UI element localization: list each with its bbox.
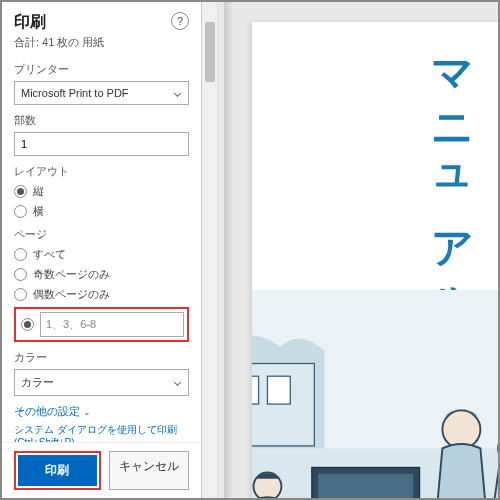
print-button-highlight: 印刷 — [14, 451, 101, 490]
radio-icon — [14, 248, 27, 261]
pages-label: ページ — [14, 227, 189, 242]
color-label: カラー — [14, 350, 189, 365]
scrollbar-thumb[interactable] — [205, 22, 215, 82]
radio-label: すべて — [33, 247, 66, 262]
layout-portrait[interactable]: 縦 — [14, 184, 189, 199]
copies-input-wrap — [14, 132, 189, 156]
cancel-button[interactable]: キャンセル — [109, 451, 190, 490]
footer: 印刷 キャンセル — [2, 442, 201, 498]
radio-icon — [14, 205, 27, 218]
copies-label: 部数 — [14, 113, 189, 128]
radio-icon[interactable] — [21, 318, 34, 331]
layout-landscape[interactable]: 横 — [14, 204, 189, 219]
color-select[interactable]: カラー — [14, 369, 189, 396]
print-panel: 印刷 合計: 41 枚の 用紙 ? プリンター Microsoft Print … — [2, 2, 202, 498]
panel-scroll[interactable]: 印刷 合計: 41 枚の 用紙 ? プリンター Microsoft Print … — [2, 2, 201, 442]
print-preview: マニュアル — [218, 2, 498, 498]
radio-label: 横 — [33, 204, 44, 219]
layout-label: レイアウト — [14, 164, 189, 179]
dialog-title: 印刷 — [14, 12, 104, 33]
radio-label: 奇数ページのみ — [33, 267, 110, 282]
preview-page: マニュアル — [252, 22, 498, 498]
pages-odd[interactable]: 奇数ページのみ — [14, 267, 189, 282]
pages-all[interactable]: すべて — [14, 247, 189, 262]
printer-value: Microsoft Print to PDF — [21, 87, 129, 99]
radio-label: 縦 — [33, 184, 44, 199]
svg-rect-4 — [267, 376, 290, 404]
printer-select[interactable]: Microsoft Print to PDF — [14, 81, 189, 105]
chevron-down-icon — [174, 89, 181, 96]
system-dialog-link[interactable]: システム ダイアログを使用して印刷 (Ctrl+Shift+P) — [14, 423, 189, 442]
svg-point-8 — [442, 410, 480, 448]
printer-label: プリンター — [14, 62, 189, 77]
color-value: カラー — [21, 375, 54, 390]
document-title-vertical: マニュアル — [424, 34, 480, 315]
radio-label: 偶数ページのみ — [33, 287, 110, 302]
preview-scrollbar[interactable] — [202, 2, 218, 498]
chevron-down-icon — [174, 379, 181, 386]
document-illustration — [252, 290, 498, 498]
radio-icon — [14, 185, 27, 198]
print-button[interactable]: 印刷 — [18, 455, 97, 486]
svg-rect-6 — [318, 474, 413, 498]
svg-rect-3 — [252, 376, 259, 404]
pages-custom-input[interactable]: 1、3、6-8 — [40, 312, 184, 337]
pages-even[interactable]: 偶数ページのみ — [14, 287, 189, 302]
sheet-count: 合計: 41 枚の 用紙 — [14, 35, 104, 50]
page-shadow — [224, 2, 234, 498]
radio-icon — [14, 268, 27, 281]
more-settings-link[interactable]: その他の設定 ⌄ — [14, 404, 189, 419]
copies-input[interactable] — [21, 138, 182, 150]
radio-icon — [14, 288, 27, 301]
pages-custom-highlight: 1、3、6-8 — [14, 307, 189, 342]
help-icon[interactable]: ? — [171, 12, 189, 30]
